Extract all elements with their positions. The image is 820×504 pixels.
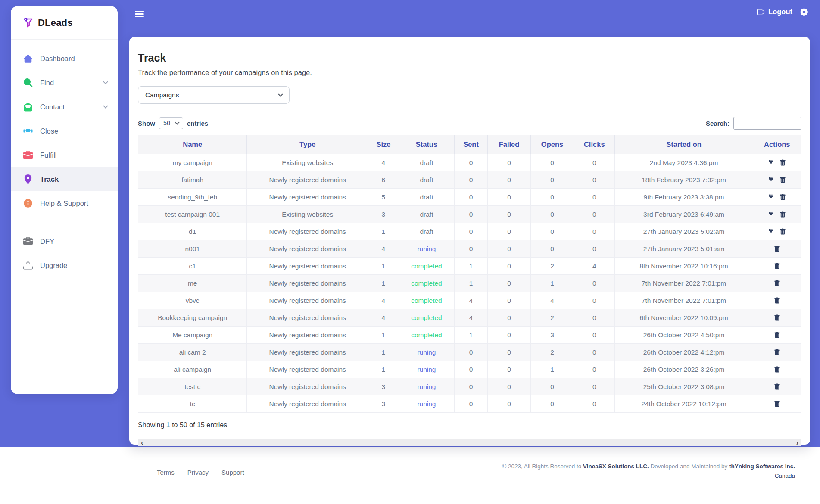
sidebar-item-help-support[interactable]: Help & Support xyxy=(11,191,118,215)
column-header-name[interactable]: Name xyxy=(138,135,247,154)
cell-failed: 0 xyxy=(488,327,531,344)
show-label: Show xyxy=(138,120,155,127)
table-row: vbvc Newly registered domains 4 complete… xyxy=(138,292,801,309)
scroll-left-icon[interactable]: ‹ xyxy=(141,439,143,446)
sidebar-nav: Dashboard Find Contact Close Fulfill xyxy=(11,40,118,277)
search-icon xyxy=(23,78,33,87)
column-header-type[interactable]: Type xyxy=(247,135,368,154)
column-header-status[interactable]: Status xyxy=(399,135,454,154)
cell-size: 4 xyxy=(368,309,399,327)
cell-opens: 0 xyxy=(531,206,574,223)
search-control: Search: xyxy=(706,117,801,130)
column-header-failed[interactable]: Failed xyxy=(488,135,531,154)
delete-trash-icon[interactable] xyxy=(779,211,786,218)
table-row: my campaign Existing websites 4 draft 0 … xyxy=(138,154,801,171)
page-length-select[interactable]: 50 xyxy=(159,117,183,129)
table-row: ali cam 2 Newly registered domains 1 run… xyxy=(138,344,801,361)
cell-opens: 1 xyxy=(531,275,574,292)
column-header-actions[interactable]: Actions xyxy=(753,135,801,154)
cell-type: Newly registered domains xyxy=(247,171,368,189)
cell-name: n001 xyxy=(138,240,247,258)
cell-size: 1 xyxy=(368,258,399,275)
delete-trash-icon[interactable] xyxy=(774,297,780,304)
column-header-sent[interactable]: Sent xyxy=(455,135,488,154)
campaigns-dropdown[interactable]: Campaigns xyxy=(138,86,290,104)
cell-failed: 0 xyxy=(488,258,531,275)
footer-link-privacy[interactable]: Privacy xyxy=(187,469,209,476)
search-input[interactable] xyxy=(733,117,801,130)
delete-trash-icon[interactable] xyxy=(774,366,780,373)
sidebar-item-upgrade[interactable]: Upgrade xyxy=(11,253,118,277)
delete-trash-icon[interactable] xyxy=(774,401,780,408)
cell-actions xyxy=(753,327,801,344)
hamburger-menu-icon[interactable] xyxy=(135,9,144,19)
sidebar-item-close[interactable]: Close xyxy=(11,119,118,143)
delete-trash-icon[interactable] xyxy=(774,332,780,339)
cell-size: 3 xyxy=(368,206,399,223)
cell-sent: 0 xyxy=(455,154,488,171)
table-row: Me campaign Newly registered domains 1 c… xyxy=(138,327,801,344)
delete-trash-icon[interactable] xyxy=(774,280,780,287)
edit-brush-icon[interactable] xyxy=(768,177,774,184)
footer-link-terms[interactable]: Terms xyxy=(157,469,175,476)
cell-name: c1 xyxy=(138,258,247,275)
delete-trash-icon[interactable] xyxy=(774,349,780,356)
column-header-opens[interactable]: Opens xyxy=(531,135,574,154)
box-icon xyxy=(23,236,33,246)
delete-trash-icon[interactable] xyxy=(774,263,780,270)
cell-failed: 0 xyxy=(488,395,531,413)
sidebar-item-label: Find xyxy=(40,79,97,87)
horizontal-scrollbar[interactable]: ‹ › xyxy=(138,439,801,446)
column-header-started-on[interactable]: Started on xyxy=(615,135,753,154)
delete-trash-icon[interactable] xyxy=(779,194,786,201)
logout-button[interactable]: Logout xyxy=(757,8,792,16)
cell-opens: 0 xyxy=(531,395,574,413)
column-header-size[interactable]: Size xyxy=(368,135,399,154)
footer-link-support[interactable]: Support xyxy=(221,469,244,476)
edit-brush-icon[interactable] xyxy=(768,228,774,235)
cell-size: 5 xyxy=(368,189,399,206)
cell-type: Newly registered domains xyxy=(247,361,368,378)
cell-sent: 0 xyxy=(455,171,488,189)
cell-size: 1 xyxy=(368,361,399,378)
settings-button[interactable] xyxy=(800,8,808,16)
edit-brush-icon[interactable] xyxy=(768,194,774,201)
cell-actions xyxy=(753,154,801,171)
cell-actions xyxy=(753,171,801,189)
sidebar-item-fulfill[interactable]: Fulfill xyxy=(11,143,118,167)
cell-status: runing xyxy=(399,378,454,395)
sidebar-item-dashboard[interactable]: Dashboard xyxy=(11,47,118,71)
brand-logo[interactable]: DLeads xyxy=(11,6,118,40)
company-thynking: thYnking Softwares Inc. xyxy=(729,463,795,470)
sidebar-item-dfy[interactable]: DFY xyxy=(11,229,118,253)
delete-trash-icon[interactable] xyxy=(779,159,786,166)
cell-size: 4 xyxy=(368,240,399,258)
cell-clicks: 0 xyxy=(574,395,615,413)
cell-name: test c xyxy=(138,378,247,395)
scroll-right-icon[interactable]: › xyxy=(796,439,798,446)
cell-name: my campaign xyxy=(138,154,247,171)
sidebar-item-contact[interactable]: Contact xyxy=(11,95,118,119)
cell-type: Newly registered domains xyxy=(247,223,368,240)
delete-trash-icon[interactable] xyxy=(774,246,780,252)
delete-trash-icon[interactable] xyxy=(774,383,780,390)
cell-size: 4 xyxy=(368,154,399,171)
cell-sent: 4 xyxy=(455,309,488,327)
gear-icon xyxy=(800,8,808,16)
edit-brush-icon[interactable] xyxy=(768,211,774,218)
cell-size: 1 xyxy=(368,327,399,344)
column-header-clicks[interactable]: Clicks xyxy=(574,135,615,154)
table-header-row: Name Type Size Status Sent Failed Opens … xyxy=(138,135,801,154)
delete-trash-icon[interactable] xyxy=(774,314,780,321)
delete-trash-icon[interactable] xyxy=(779,228,786,235)
edit-brush-icon[interactable] xyxy=(768,159,774,166)
sidebar-item-find[interactable]: Find xyxy=(11,71,118,95)
cell-clicks: 0 xyxy=(574,292,615,309)
cell-started-on: 24th October 2022 10:12:pm xyxy=(615,395,753,413)
cell-started-on: 8th November 2022 10:16:pm xyxy=(615,258,753,275)
home-icon xyxy=(23,54,33,63)
cell-actions xyxy=(753,240,801,258)
sidebar-item-track[interactable]: Track xyxy=(11,167,118,191)
delete-trash-icon[interactable] xyxy=(779,177,786,184)
footer-links: TermsPrivacySupport xyxy=(157,462,244,476)
